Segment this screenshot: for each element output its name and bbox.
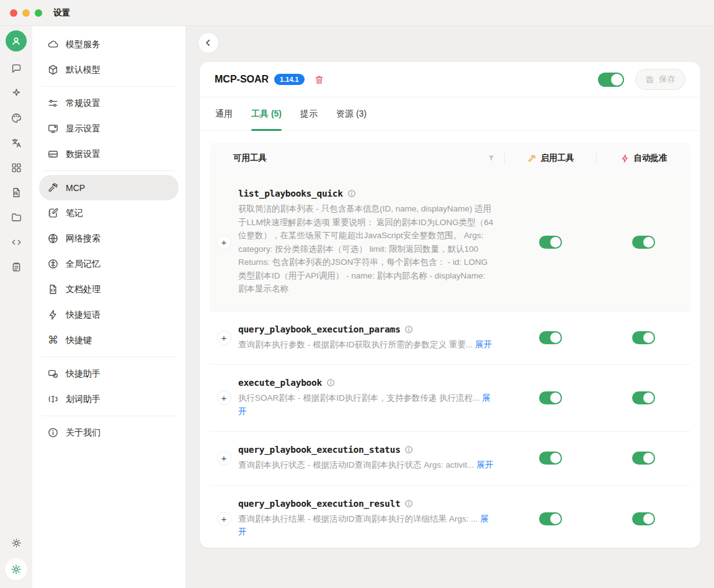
sidebar-item-quick-phrases[interactable]: 快捷短语 — [39, 302, 179, 327]
tool-info-icon[interactable] — [404, 499, 413, 508]
traffic-lights — [10, 9, 42, 17]
hammer-icon — [47, 182, 59, 194]
enable-tool-toggle[interactable] — [539, 331, 562, 344]
user-avatar[interactable] — [6, 30, 27, 51]
notes-nav-button[interactable] — [7, 257, 25, 276]
painting-nav-button[interactable] — [7, 109, 25, 127]
translate-nav-button[interactable] — [7, 133, 25, 152]
theme-toggle-button[interactable] — [7, 533, 25, 552]
expand-row-button[interactable]: + — [217, 235, 231, 249]
tab-resources[interactable]: 资源 (3) — [336, 97, 367, 130]
sidebar-item-display-settings[interactable]: 显示设置 — [39, 116, 179, 141]
auto-approve-toggle[interactable] — [632, 391, 655, 404]
enable-tool-toggle[interactable] — [539, 391, 562, 404]
expand-description-link[interactable]: 展开 — [475, 340, 492, 349]
globe-icon — [47, 233, 59, 244]
tool-row: + query_playbook_execution_result 查询剧本执行… — [210, 485, 690, 548]
sidebar-item-label: 常规设置 — [66, 98, 100, 109]
expand-row-button[interactable]: + — [217, 512, 231, 526]
translate-icon — [11, 137, 22, 149]
tool-info-icon[interactable] — [326, 378, 335, 387]
brain-icon — [47, 258, 59, 270]
code-nav-button[interactable] — [7, 233, 25, 251]
sidebar-item-notes[interactable]: 笔记 — [39, 200, 179, 226]
sidebar-item-label: 划词助手 — [66, 394, 100, 405]
sidebar-item-label: 快捷助手 — [66, 368, 100, 380]
auto-approve-toggle[interactable] — [632, 452, 655, 465]
chat-nav-button[interactable] — [7, 59, 25, 78]
auto-approve-toggle[interactable] — [632, 331, 655, 344]
mcp-server-card: MCP-SOAR 1.14.1 保存 通用 工具 ( — [200, 62, 700, 548]
enable-tool-toggle[interactable] — [539, 452, 562, 465]
tool-info-icon[interactable] — [404, 325, 413, 334]
tab-general[interactable]: 通用 — [215, 97, 233, 130]
tools-table-header: 可用工具 启用工具 — [210, 143, 690, 174]
sidebar-item-selection-assistant[interactable]: 划词助手 — [39, 386, 179, 412]
tool-row: + list_playbooks_quick 获取简洁的剧本列表 - 只包含基本… — [210, 174, 690, 311]
sidebar-item-shortcuts[interactable]: ⌘ 快捷键 — [39, 327, 179, 353]
tool-info-icon[interactable] — [404, 445, 413, 454]
zap-icon — [47, 309, 59, 321]
sidebar-item-data-settings[interactable]: 数据设置 — [39, 141, 179, 167]
files-nav-button[interactable] — [7, 208, 25, 226]
sidebar-item-label: 显示设置 — [66, 123, 100, 135]
trash-icon — [314, 74, 324, 85]
expand-description-link[interactable]: 展开 — [476, 460, 493, 470]
sidebar-item-global-memory[interactable]: 全局记忆 — [39, 251, 179, 277]
close-window-button[interactable] — [10, 9, 17, 17]
server-header: MCP-SOAR 1.14.1 保存 — [200, 62, 700, 97]
sidebar-item-label: 模型服务 — [66, 39, 100, 50]
sidebar-item-document-processing[interactable]: 文档处理 — [39, 277, 179, 302]
main-content: MCP-SOAR 1.14.1 保存 通用 工具 ( — [186, 26, 714, 588]
monitor-icon — [47, 123, 59, 135]
sidebar-item-label: 网络搜索 — [66, 233, 100, 244]
sidebar-item-label: 笔记 — [66, 208, 83, 219]
sidebar-item-model-services[interactable]: 模型服务 — [39, 32, 179, 57]
sidebar-divider — [42, 416, 176, 416]
expand-row-button[interactable]: + — [217, 391, 231, 405]
notepad-icon — [11, 261, 22, 273]
tool-name: query_playbook_execution_result — [238, 499, 400, 509]
back-button[interactable] — [198, 32, 219, 53]
sidebar-item-default-model[interactable]: 默认模型 — [39, 57, 179, 82]
tool-row: + execute_playbook 执行SOAR剧本 - 根据剧本ID执行剧本… — [210, 364, 690, 431]
tool-description: 获取简洁的剧本列表 - 只包含基本信息(ID, name, displayNam… — [238, 202, 496, 296]
column-auto-approve: 自动批准 — [634, 153, 667, 164]
server-tabs: 通用 工具 (5) 提示 资源 (3) — [200, 97, 700, 131]
tab-prompts[interactable]: 提示 — [300, 97, 318, 130]
server-enabled-toggle[interactable] — [598, 73, 624, 87]
knowledge-nav-button[interactable] — [7, 183, 25, 202]
sidebar-item-label: 文档处理 — [66, 284, 100, 295]
expand-row-button[interactable]: + — [217, 331, 231, 345]
code-icon — [11, 236, 22, 248]
expand-row-button[interactable]: + — [217, 451, 231, 465]
sidebar-item-label: 快捷键 — [66, 335, 92, 346]
minimize-window-button[interactable] — [22, 9, 30, 17]
file-code-icon — [47, 283, 59, 295]
sidebar-item-mcp[interactable]: MCP — [39, 175, 179, 200]
enable-tool-toggle[interactable] — [539, 512, 562, 525]
tab-tools[interactable]: 工具 (5) — [251, 97, 282, 130]
tool-info-icon[interactable] — [347, 189, 356, 198]
assistant-nav-button[interactable] — [7, 84, 25, 102]
folder-icon — [11, 212, 22, 223]
user-icon — [10, 35, 22, 47]
zoom-window-button[interactable] — [35, 9, 42, 17]
icon-rail — [0, 26, 32, 588]
filter-icon[interactable] — [487, 154, 496, 163]
sidebar-item-quick-assistant[interactable]: 快捷助手 — [39, 361, 179, 386]
sidebar-item-web-search[interactable]: 网络搜索 — [39, 226, 179, 251]
save-icon — [645, 75, 654, 84]
auto-approve-toggle[interactable] — [632, 512, 655, 525]
save-button[interactable]: 保存 — [635, 69, 685, 90]
file-search-icon — [11, 187, 22, 198]
apps-nav-button[interactable] — [7, 158, 25, 177]
delete-server-button[interactable] — [313, 73, 326, 86]
sidebar-item-general-settings[interactable]: 常规设置 — [39, 91, 179, 116]
package-icon — [47, 64, 59, 76]
server-name: MCP-SOAR — [215, 74, 269, 85]
settings-nav-button[interactable] — [5, 558, 27, 581]
sidebar-item-about-us[interactable]: 关于我们 — [39, 420, 179, 445]
auto-approve-toggle[interactable] — [632, 236, 655, 249]
enable-tool-toggle[interactable] — [539, 236, 562, 249]
